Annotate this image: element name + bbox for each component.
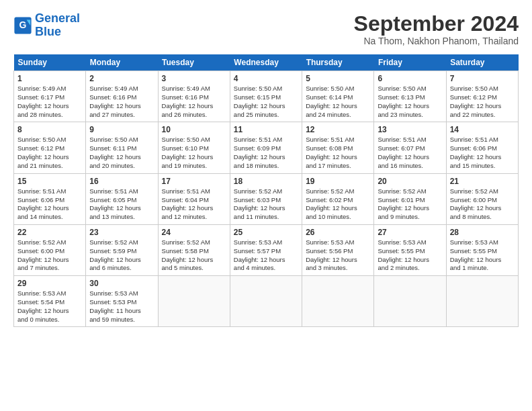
day-number: 15	[17, 177, 82, 186]
day-number: 8	[17, 125, 82, 134]
day-info: Sunrise: 5:53 AMSunset: 5:54 PMDaylight:…	[17, 289, 82, 324]
day-cell-18: 18Sunrise: 5:52 AMSunset: 6:03 PMDayligh…	[230, 173, 302, 224]
month-title: September 2024	[354, 12, 519, 36]
day-cell-12: 12Sunrise: 5:51 AMSunset: 6:08 PMDayligh…	[302, 122, 374, 173]
day-number: 24	[162, 228, 226, 237]
empty-cell	[446, 276, 518, 327]
day-cell-13: 13Sunrise: 5:51 AMSunset: 6:07 PMDayligh…	[374, 122, 446, 173]
day-info: Sunrise: 5:53 AMSunset: 5:55 PMDaylight:…	[450, 238, 515, 273]
day-cell-19: 19Sunrise: 5:52 AMSunset: 6:02 PMDayligh…	[302, 173, 374, 224]
day-cell-15: 15Sunrise: 5:51 AMSunset: 6:06 PMDayligh…	[14, 173, 86, 224]
day-cell-21: 21Sunrise: 5:52 AMSunset: 6:00 PMDayligh…	[446, 173, 518, 224]
logo-blue: Blue	[35, 25, 61, 38]
day-info: Sunrise: 5:51 AMSunset: 6:05 PMDaylight:…	[89, 187, 154, 222]
col-header-monday: Monday	[86, 54, 158, 71]
day-cell-14: 14Sunrise: 5:51 AMSunset: 6:06 PMDayligh…	[446, 122, 518, 173]
day-cell-10: 10Sunrise: 5:50 AMSunset: 6:10 PMDayligh…	[158, 122, 230, 173]
day-cell-3: 3Sunrise: 5:49 AMSunset: 6:16 PMDaylight…	[158, 71, 230, 122]
calendar-header-row: SundayMondayTuesdayWednesdayThursdayFrid…	[14, 54, 519, 71]
day-info: Sunrise: 5:51 AMSunset: 6:07 PMDaylight:…	[378, 136, 442, 170]
day-info: Sunrise: 5:52 AMSunset: 5:59 PMDaylight:…	[89, 238, 154, 273]
day-info: Sunrise: 5:50 AMSunset: 6:13 PMDaylight:…	[378, 85, 442, 119]
day-number: 13	[378, 125, 442, 134]
day-info: Sunrise: 5:51 AMSunset: 6:08 PMDaylight:…	[306, 136, 370, 170]
day-number: 18	[234, 177, 298, 186]
day-info: Sunrise: 5:53 AMSunset: 5:55 PMDaylight:…	[378, 238, 442, 273]
day-cell-9: 9Sunrise: 5:50 AMSunset: 6:11 PMDaylight…	[86, 122, 158, 173]
logo: G General Blue	[13, 12, 80, 39]
day-info: Sunrise: 5:49 AMSunset: 6:16 PMDaylight:…	[89, 85, 154, 119]
day-cell-24: 24Sunrise: 5:52 AMSunset: 5:58 PMDayligh…	[158, 224, 230, 275]
day-cell-26: 26Sunrise: 5:53 AMSunset: 5:56 PMDayligh…	[302, 224, 374, 275]
logo-text: General Blue	[35, 12, 80, 39]
day-info: Sunrise: 5:50 AMSunset: 6:12 PMDaylight:…	[17, 136, 82, 170]
day-number: 17	[162, 177, 226, 186]
day-cell-6: 6Sunrise: 5:50 AMSunset: 6:13 PMDaylight…	[374, 71, 446, 122]
calendar-week-4: 22Sunrise: 5:52 AMSunset: 6:00 PMDayligh…	[14, 224, 519, 275]
col-header-saturday: Saturday	[446, 54, 518, 71]
page: G General Blue September 2024 Na Thom, N…	[0, 0, 532, 334]
day-number: 29	[17, 279, 82, 288]
svg-text:G: G	[19, 19, 27, 30]
day-info: Sunrise: 5:50 AMSunset: 6:11 PMDaylight:…	[89, 136, 154, 170]
day-number: 25	[234, 228, 298, 237]
col-header-tuesday: Tuesday	[158, 54, 230, 71]
day-cell-11: 11Sunrise: 5:51 AMSunset: 6:09 PMDayligh…	[230, 122, 302, 173]
day-number: 19	[306, 177, 370, 186]
day-info: Sunrise: 5:53 AMSunset: 5:57 PMDaylight:…	[234, 238, 298, 273]
day-info: Sunrise: 5:53 AMSunset: 5:56 PMDaylight:…	[306, 238, 370, 273]
empty-cell	[158, 276, 230, 327]
col-header-friday: Friday	[374, 54, 446, 71]
day-number: 5	[306, 74, 370, 83]
day-cell-2: 2Sunrise: 5:49 AMSunset: 6:16 PMDaylight…	[86, 71, 158, 122]
day-cell-23: 23Sunrise: 5:52 AMSunset: 5:59 PMDayligh…	[86, 224, 158, 275]
calendar-week-3: 15Sunrise: 5:51 AMSunset: 6:06 PMDayligh…	[14, 173, 519, 224]
day-number: 26	[306, 228, 370, 237]
empty-cell	[302, 276, 374, 327]
day-number: 27	[378, 228, 442, 237]
day-number: 6	[378, 74, 442, 83]
day-cell-17: 17Sunrise: 5:51 AMSunset: 6:04 PMDayligh…	[158, 173, 230, 224]
day-info: Sunrise: 5:50 AMSunset: 6:10 PMDaylight:…	[162, 136, 226, 170]
col-header-sunday: Sunday	[14, 54, 86, 71]
day-number: 20	[378, 177, 442, 186]
day-cell-8: 8Sunrise: 5:50 AMSunset: 6:12 PMDaylight…	[14, 122, 86, 173]
calendar-week-5: 29Sunrise: 5:53 AMSunset: 5:54 PMDayligh…	[14, 276, 519, 327]
day-cell-4: 4Sunrise: 5:50 AMSunset: 6:15 PMDaylight…	[230, 71, 302, 122]
day-info: Sunrise: 5:52 AMSunset: 6:01 PMDaylight:…	[378, 187, 442, 222]
day-info: Sunrise: 5:52 AMSunset: 6:00 PMDaylight:…	[450, 187, 515, 222]
day-cell-29: 29Sunrise: 5:53 AMSunset: 5:54 PMDayligh…	[14, 276, 86, 327]
day-cell-5: 5Sunrise: 5:50 AMSunset: 6:14 PMDaylight…	[302, 71, 374, 122]
day-cell-28: 28Sunrise: 5:53 AMSunset: 5:55 PMDayligh…	[446, 224, 518, 275]
day-cell-16: 16Sunrise: 5:51 AMSunset: 6:05 PMDayligh…	[86, 173, 158, 224]
day-info: Sunrise: 5:49 AMSunset: 6:17 PMDaylight:…	[17, 85, 82, 119]
day-number: 16	[89, 177, 154, 186]
day-number: 1	[17, 74, 82, 83]
title-block: September 2024 Na Thom, Nakhon Phanom, T…	[354, 12, 519, 46]
day-number: 28	[450, 228, 515, 237]
calendar-week-2: 8Sunrise: 5:50 AMSunset: 6:12 PMDaylight…	[14, 122, 519, 173]
day-info: Sunrise: 5:52 AMSunset: 6:02 PMDaylight:…	[306, 187, 370, 222]
empty-cell	[374, 276, 446, 327]
day-number: 21	[450, 177, 515, 186]
day-info: Sunrise: 5:50 AMSunset: 6:14 PMDaylight:…	[306, 85, 370, 119]
day-cell-7: 7Sunrise: 5:50 AMSunset: 6:12 PMDaylight…	[446, 71, 518, 122]
empty-cell	[230, 276, 302, 327]
logo-general: General	[35, 11, 80, 25]
calendar-table: SundayMondayTuesdayWednesdayThursdayFrid…	[13, 54, 519, 327]
day-cell-22: 22Sunrise: 5:52 AMSunset: 6:00 PMDayligh…	[14, 224, 86, 275]
day-number: 11	[234, 125, 298, 134]
day-number: 12	[306, 125, 370, 134]
day-cell-30: 30Sunrise: 5:53 AMSunset: 5:53 PMDayligh…	[86, 276, 158, 327]
header: G General Blue September 2024 Na Thom, N…	[13, 12, 519, 46]
day-number: 30	[89, 279, 154, 288]
day-number: 23	[89, 228, 154, 237]
day-info: Sunrise: 5:51 AMSunset: 6:06 PMDaylight:…	[17, 187, 82, 222]
day-info: Sunrise: 5:51 AMSunset: 6:09 PMDaylight:…	[234, 136, 298, 170]
col-header-wednesday: Wednesday	[230, 54, 302, 71]
day-info: Sunrise: 5:52 AMSunset: 5:58 PMDaylight:…	[162, 238, 226, 273]
day-number: 9	[89, 125, 154, 134]
day-info: Sunrise: 5:51 AMSunset: 6:06 PMDaylight:…	[450, 136, 515, 170]
day-number: 3	[162, 74, 226, 83]
logo-icon: G	[13, 16, 32, 35]
